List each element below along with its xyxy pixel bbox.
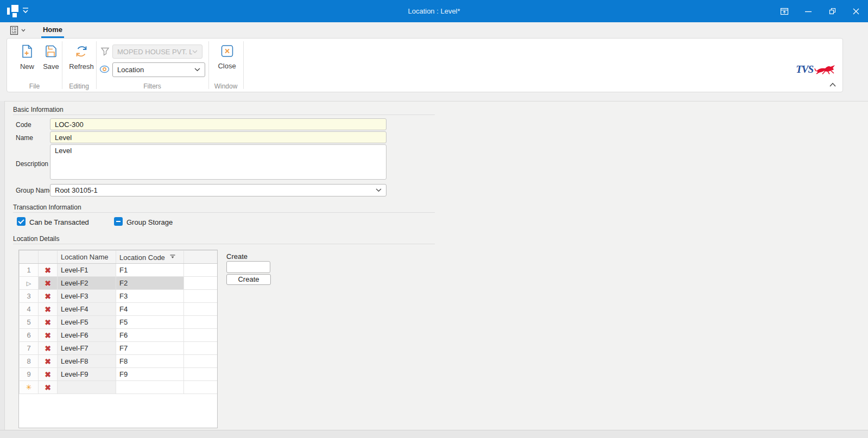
delete-row-icon[interactable]: ✖: [45, 292, 51, 301]
tab-home[interactable]: Home: [41, 22, 64, 38]
location-name-cell[interactable]: Level-F2: [58, 277, 116, 290]
minimize-icon: [804, 8, 812, 15]
close-view-button[interactable]: Close: [213, 42, 240, 70]
description-label: Description: [16, 160, 48, 168]
location-name-cell[interactable]: Level-F5: [58, 316, 116, 329]
section-divider: [13, 212, 435, 213]
ribbon: New Save File Refresh Editing: [7, 38, 843, 92]
chevron-down-icon: [194, 68, 200, 72]
location-code-column-header[interactable]: Location Code: [116, 251, 184, 264]
table-row: 1✖Level-F1F1: [20, 264, 218, 277]
section-divider: [13, 244, 435, 244]
can-be-transacted-label: Can be Transacted: [29, 218, 89, 226]
empty-cell: [184, 368, 218, 381]
location-code-cell[interactable]: [116, 381, 184, 394]
description-textarea[interactable]: Level: [50, 144, 387, 180]
location-name-cell[interactable]: Level-F9: [58, 368, 116, 381]
name-input[interactable]: [50, 131, 387, 143]
delete-row-icon[interactable]: ✖: [45, 266, 51, 275]
row-number: 9: [27, 370, 30, 378]
table-row: 5✖Level-F5F5: [20, 316, 218, 329]
location-details-section-title: Location Details: [13, 235, 59, 243]
location-name-column-header[interactable]: Location Name: [58, 251, 116, 264]
row-indicator[interactable]: 1: [20, 264, 39, 277]
focused-row-arrow-icon: ▷: [27, 280, 31, 287]
focused-row-indicator[interactable]: ▷: [20, 277, 39, 290]
close-window-button[interactable]: [844, 0, 868, 22]
row-indicator[interactable]: 4: [20, 303, 39, 316]
section-divider: [13, 115, 435, 115]
row-indicator[interactable]: 6: [20, 329, 39, 342]
code-input[interactable]: [50, 118, 387, 130]
entity-filter-dropdown[interactable]: Location: [112, 62, 205, 77]
location-name-cell[interactable]: Level-F7: [58, 342, 116, 355]
location-name-cell[interactable]: Level-F8: [58, 355, 116, 368]
can-be-transacted-checkbox[interactable]: [17, 217, 26, 226]
basic-information-section-title: Basic Information: [13, 106, 64, 113]
application-menu-button[interactable]: [9, 24, 28, 36]
group-name-dropdown[interactable]: Root 30105-1: [50, 184, 387, 196]
row-indicator[interactable]: 7: [20, 342, 39, 355]
delete-row-icon[interactable]: ✖: [45, 331, 51, 340]
row-indicator[interactable]: 3: [20, 290, 39, 303]
company-filter-dropdown: MOPED HOUSE PVT. LTD.: [112, 45, 202, 59]
table-row: 4✖Level-F4F4: [20, 303, 218, 316]
location-name-cell[interactable]: [58, 381, 116, 394]
empty-cell: [184, 355, 218, 368]
location-code-cell[interactable]: F3: [116, 290, 184, 303]
restore-button[interactable]: [820, 0, 844, 22]
delete-cell: ✖: [39, 277, 58, 290]
location-name-cell[interactable]: Level-F6: [58, 329, 116, 342]
delete-row-icon[interactable]: ✖: [45, 305, 51, 314]
delete-row-icon[interactable]: ✖: [45, 383, 51, 392]
view-eye-icon: [99, 65, 110, 75]
row-indicator[interactable]: 9: [20, 368, 39, 381]
delete-row-icon[interactable]: ✖: [45, 357, 51, 366]
new-button[interactable]: New: [15, 42, 40, 71]
create-input[interactable]: [226, 261, 270, 273]
location-code-cell[interactable]: F6: [116, 329, 184, 342]
row-number: 3: [27, 292, 30, 300]
location-code-cell[interactable]: F8: [116, 355, 184, 368]
row-indicator[interactable]: 5: [20, 316, 39, 329]
delete-cell: ✖: [39, 329, 58, 342]
save-button[interactable]: Save: [39, 42, 64, 71]
delete-row-icon[interactable]: ✖: [45, 279, 51, 288]
window-popup-button[interactable]: [772, 0, 796, 22]
group-storage-checkbox[interactable]: [114, 217, 123, 226]
location-code-cell[interactable]: F2: [116, 277, 184, 290]
location-code-cell[interactable]: F7: [116, 342, 184, 355]
empty-cell: [184, 381, 218, 394]
sort-icon: [169, 253, 176, 261]
group-divider: [96, 41, 97, 89]
group-divider: [62, 41, 62, 89]
delete-row-icon[interactable]: ✖: [45, 344, 51, 353]
editing-group-caption: Editing: [62, 82, 96, 90]
empty-cell: [184, 316, 218, 329]
empty-cell: [184, 342, 218, 355]
delete-cell: ✖: [39, 290, 58, 303]
table-row: 9✖Level-F9F9: [20, 368, 218, 381]
collapse-ribbon-button[interactable]: [828, 80, 837, 90]
create-button[interactable]: Create: [226, 274, 271, 285]
create-label: Create: [226, 252, 248, 261]
location-code-cell[interactable]: F4: [116, 303, 184, 316]
delete-cell: ✖: [39, 342, 58, 355]
minimize-button[interactable]: [796, 0, 820, 22]
location-code-cell[interactable]: F9: [116, 368, 184, 381]
location-name-cell[interactable]: Level-F4: [58, 303, 116, 316]
table-row: ▷✖Level-F2F2: [20, 277, 218, 290]
file-group-caption: File: [7, 82, 62, 90]
group-divider: [208, 41, 209, 89]
location-name-cell[interactable]: Level-F3: [58, 290, 116, 303]
new-row-indicator[interactable]: ✳: [20, 381, 39, 394]
delete-row-icon[interactable]: ✖: [45, 370, 51, 379]
row-indicator[interactable]: 8: [20, 355, 39, 368]
location-code-cell[interactable]: F1: [116, 264, 184, 277]
refresh-button[interactable]: Refresh: [66, 42, 97, 71]
location-name-cell[interactable]: Level-F1: [58, 264, 116, 277]
name-label: Name: [16, 134, 33, 142]
delete-row-icon[interactable]: ✖: [45, 318, 51, 327]
brand-text: TVS: [796, 64, 813, 75]
location-code-cell[interactable]: F5: [116, 316, 184, 329]
